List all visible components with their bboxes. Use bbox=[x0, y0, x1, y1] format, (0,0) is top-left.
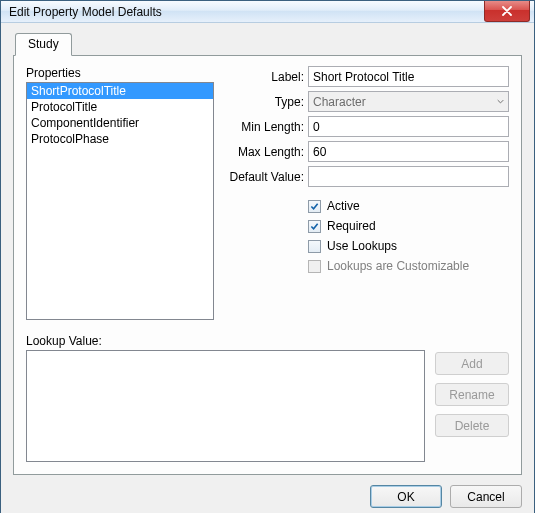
required-checkbox[interactable] bbox=[308, 220, 321, 233]
tab-study[interactable]: Study bbox=[15, 33, 72, 56]
list-item[interactable]: ProtocolPhase bbox=[27, 131, 213, 147]
tabstrip: Study bbox=[13, 33, 522, 55]
customizable-checkbox bbox=[308, 260, 321, 273]
tabpage-study: Properties ShortProtocolTitle ProtocolTi… bbox=[13, 55, 522, 475]
titlebar[interactable]: Edit Property Model Defaults bbox=[1, 1, 534, 23]
window-title: Edit Property Model Defaults bbox=[9, 5, 162, 19]
list-item[interactable]: ShortProtocolTitle bbox=[27, 83, 213, 99]
customizable-checkbox-row: Lookups are Customizable bbox=[308, 259, 509, 273]
uselookups-label: Use Lookups bbox=[327, 239, 397, 253]
uselookups-checkbox-row[interactable]: Use Lookups bbox=[308, 239, 509, 253]
cancel-button[interactable]: Cancel bbox=[450, 485, 522, 508]
uselookups-checkbox[interactable] bbox=[308, 240, 321, 253]
lookupvalue-header: Lookup Value: bbox=[26, 334, 509, 348]
maxlength-label: Max Length: bbox=[226, 145, 308, 159]
chevron-down-icon bbox=[497, 98, 504, 105]
active-label: Active bbox=[327, 199, 360, 213]
type-combobox[interactable]: Character bbox=[308, 91, 509, 112]
lookupvalue-listbox[interactable] bbox=[26, 350, 425, 462]
list-item[interactable]: ComponentIdentifier bbox=[27, 115, 213, 131]
minlength-label: Min Length: bbox=[226, 120, 308, 134]
ok-button[interactable]: OK bbox=[370, 485, 442, 508]
list-item[interactable]: ProtocolTitle bbox=[27, 99, 213, 115]
close-button[interactable] bbox=[484, 1, 530, 22]
label-input[interactable] bbox=[308, 66, 509, 87]
properties-listbox[interactable]: ShortProtocolTitle ProtocolTitle Compone… bbox=[26, 82, 214, 320]
client-area: Study Properties ShortProtocolTitle Prot… bbox=[1, 23, 534, 513]
add-button[interactable]: Add bbox=[435, 352, 509, 375]
tab-label: Study bbox=[28, 37, 59, 51]
type-value: Character bbox=[313, 95, 366, 109]
properties-header: Properties bbox=[26, 66, 214, 80]
rename-button[interactable]: Rename bbox=[435, 383, 509, 406]
check-icon bbox=[310, 202, 319, 211]
dialog-window: Edit Property Model Defaults Study Prope… bbox=[0, 0, 535, 513]
active-checkbox-row[interactable]: Active bbox=[308, 199, 509, 213]
label-label: Label: bbox=[226, 70, 308, 84]
type-label: Type: bbox=[226, 95, 308, 109]
defaultvalue-label: Default Value: bbox=[226, 170, 308, 184]
dialog-buttons: OK Cancel bbox=[13, 475, 522, 508]
check-icon bbox=[310, 222, 319, 231]
maxlength-input[interactable] bbox=[308, 141, 509, 162]
close-icon bbox=[502, 6, 512, 16]
required-label: Required bbox=[327, 219, 376, 233]
defaultvalue-input[interactable] bbox=[308, 166, 509, 187]
minlength-input[interactable] bbox=[308, 116, 509, 137]
delete-button[interactable]: Delete bbox=[435, 414, 509, 437]
customizable-label: Lookups are Customizable bbox=[327, 259, 469, 273]
required-checkbox-row[interactable]: Required bbox=[308, 219, 509, 233]
active-checkbox[interactable] bbox=[308, 200, 321, 213]
